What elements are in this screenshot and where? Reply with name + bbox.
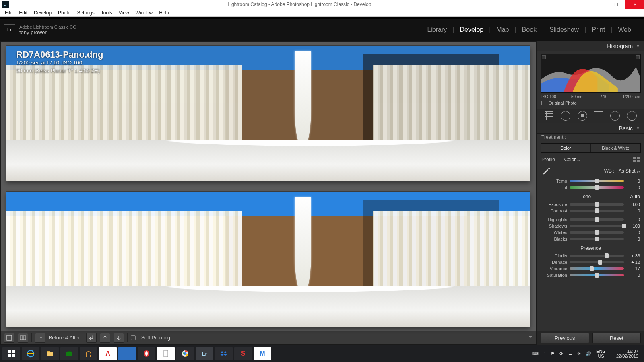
tray-chevron-up-icon[interactable]: ˄ [543,351,546,356]
module-slideshow[interactable]: Slideshow [544,26,584,33]
profile-value[interactable]: Color ▴▾ [564,157,580,162]
red-eye-tool-icon[interactable] [578,111,587,121]
vibrance-slider[interactable] [570,267,624,270]
treatment-toggle[interactable]: Color Black & White [541,143,641,153]
basic-panel-header[interactable]: Basic▼ [537,123,644,134]
tray-cloud-icon[interactable]: ☁ [568,351,572,356]
tint-value[interactable]: 0 [626,185,640,190]
histogram-display[interactable] [541,54,641,93]
saturation-value[interactable]: 0 [626,273,640,278]
reset-button[interactable]: Reset [592,333,641,343]
start-button[interactable] [2,347,20,360]
contrast-slider[interactable] [570,210,624,212]
tray-keyboard-icon[interactable]: ⌨ [532,351,539,356]
menu-help[interactable]: Help [156,10,172,16]
copy-after-to-before-button[interactable] [114,333,124,343]
taskbar-store-icon[interactable] [60,347,78,360]
tray-volume-icon[interactable]: 🔊 [586,351,591,356]
module-print[interactable]: Print [586,26,611,33]
treatment-bw[interactable]: Black & White [591,144,640,152]
module-book[interactable]: Book [516,26,542,33]
clarity-value[interactable]: + 36 [626,253,640,258]
profile-browser-icon[interactable] [633,157,640,162]
taskbar-app-icon[interactable] [118,347,136,360]
module-develop[interactable]: Develop [454,26,489,33]
saturation-slider[interactable] [570,274,624,276]
module-library[interactable]: Library [421,26,452,33]
temp-value[interactable]: 0 [626,179,640,183]
after-photo[interactable]: Before After [6,192,530,327]
vibrance-value[interactable]: – 17 [626,266,640,271]
loupe-view-button[interactable] [4,333,14,343]
contrast-value[interactable]: 0 [626,208,640,213]
original-photo-row[interactable]: Original Photo [537,99,644,109]
module-map[interactable]: Map [491,26,514,33]
whites-slider[interactable] [570,231,624,234]
menu-window[interactable]: Window [132,10,156,16]
wb-value[interactable]: As Shot ▴▾ [619,168,640,174]
shadow-clipping-icon[interactable] [542,55,546,59]
dehaze-slider[interactable] [570,261,624,263]
auto-tone-button[interactable]: Auto [630,194,640,200]
white-balance-picker-icon[interactable] [541,166,552,176]
menu-view[interactable]: View [116,10,132,16]
minimize-button[interactable]: — [588,0,607,9]
blacks-slider[interactable] [570,238,624,240]
taskbar-ie-icon[interactable] [22,347,39,360]
menu-develop[interactable]: Develop [31,10,55,16]
compare-layout-dropdown[interactable] [35,333,45,343]
before-photo[interactable]: RD7A0613-Pano.dng 1/200 sec at f / 10, I… [6,46,530,181]
taskbar-dropbox-icon[interactable] [215,347,233,360]
copy-before-to-after-button[interactable] [100,333,110,343]
tint-slider[interactable] [570,186,624,189]
tray-airplane-icon[interactable]: ✈ [577,351,581,356]
taskbar-s-icon[interactable]: S [234,347,252,360]
taskbar-lightroom-icon[interactable]: Lr [196,347,213,360]
maximize-button[interactable]: ☐ [607,0,625,9]
taskbar-explorer-icon[interactable] [41,347,59,360]
treatment-color[interactable]: Color [541,144,590,152]
histogram-panel-header[interactable]: Histogram▼ [537,41,644,51]
graduated-filter-tool-icon[interactable] [594,111,603,120]
taskbar-m-icon[interactable]: M [254,347,271,360]
previous-button[interactable]: Previous [541,333,589,343]
taskbar-chrome-icon[interactable] [176,347,194,360]
taskbar-headphones-icon[interactable] [80,347,97,360]
soft-proofing-checkbox[interactable] [131,335,136,340]
toolbar-overflow-icon[interactable] [528,336,533,340]
menu-edit[interactable]: Edit [16,10,31,16]
taskbar-adobe-icon[interactable]: A [99,347,117,360]
exposure-value[interactable]: 0.00 [626,202,640,207]
tray-sync-icon[interactable]: ⟳ [559,351,563,356]
taskbar-opera-icon[interactable] [138,347,155,360]
whites-value[interactable]: 0 [626,230,640,235]
before-after-view-button[interactable] [18,333,28,343]
radial-filter-tool-icon[interactable] [610,111,620,121]
close-button[interactable]: ✕ [625,0,644,9]
menu-tools[interactable]: Tools [98,10,116,16]
spot-removal-tool-icon[interactable] [561,111,570,121]
highlights-slider[interactable] [570,218,624,221]
blacks-value[interactable]: 0 [626,237,640,241]
shadows-row: Shadows + 100 [537,223,644,229]
menu-file[interactable]: File [2,10,16,16]
shadows-value[interactable]: + 100 [626,224,640,228]
highlight-clipping-icon[interactable] [636,55,640,59]
adjustment-brush-tool-icon[interactable] [627,111,637,121]
swap-before-after-button[interactable] [86,333,97,343]
taskbar-document-icon[interactable] [157,347,175,360]
tray-clock[interactable]: 16:3722/02/2019 [616,349,638,358]
clarity-slider[interactable] [570,255,624,257]
crop-tool-icon[interactable] [545,111,553,120]
tray-language[interactable]: ENGUS [596,349,606,358]
temp-slider[interactable] [570,180,624,182]
highlights-value[interactable]: 0 [626,217,640,222]
dehaze-value[interactable]: + 12 [626,260,640,265]
original-photo-checkbox[interactable] [541,101,546,105]
module-web[interactable]: Web [612,26,637,33]
shadows-slider[interactable] [570,225,624,227]
menu-settings[interactable]: Settings [74,10,97,16]
tray-flag-icon[interactable]: ⚑ [551,351,555,356]
menu-photo[interactable]: Photo [55,10,74,16]
exposure-slider[interactable] [570,203,624,206]
